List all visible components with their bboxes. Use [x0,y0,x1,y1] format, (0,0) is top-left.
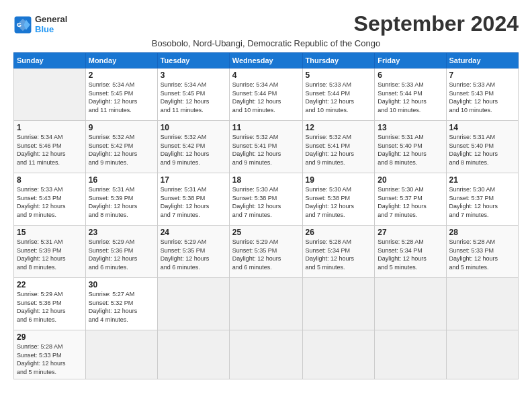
day-number: 3 [161,71,226,80]
table-row: 4Sunrise: 5:34 AM Sunset: 5:44 PM Daylig… [229,68,302,121]
table-row [302,278,375,330]
day-info: Sunrise: 5:34 AM Sunset: 5:44 PM Dayligh… [232,81,300,114]
day-info: Sunrise: 5:31 AM Sunset: 5:38 PM Dayligh… [161,185,226,219]
day-number: 27 [378,228,443,237]
day-info: Sunrise: 5:34 AM Sunset: 5:46 PM Dayligh… [17,133,83,167]
day-info: Sunrise: 5:28 AM Sunset: 5:33 PM Dayligh… [17,342,83,376]
calendar-week-row: 29Sunrise: 5:28 AM Sunset: 5:33 PM Dayli… [14,330,519,379]
day-number: 9 [89,123,154,132]
header-thursday: Thursday [302,53,375,68]
table-row [302,330,375,379]
day-info: Sunrise: 5:31 AM Sunset: 5:40 PM Dayligh… [449,133,515,167]
day-info: Sunrise: 5:27 AM Sunset: 5:32 PM Dayligh… [89,290,154,324]
table-row: 22Sunrise: 5:29 AM Sunset: 5:36 PM Dayli… [14,278,86,330]
header-saturday: Saturday [446,53,518,68]
day-number: 18 [232,175,300,185]
day-info: Sunrise: 5:31 AM Sunset: 5:40 PM Dayligh… [378,133,443,167]
day-number: 4 [232,71,300,80]
svg-text:G: G [17,21,21,28]
day-number: 5 [306,71,372,80]
table-row: 25Sunrise: 5:29 AM Sunset: 5:35 PM Dayli… [229,226,302,278]
day-info: Sunrise: 5:32 AM Sunset: 5:42 PM Dayligh… [89,133,154,167]
table-row: 9Sunrise: 5:32 AM Sunset: 5:42 PM Daylig… [85,121,157,173]
day-number: 23 [89,228,154,237]
table-row: 6Sunrise: 5:33 AM Sunset: 5:44 PM Daylig… [375,68,446,121]
day-info: Sunrise: 5:28 AM Sunset: 5:33 PM Dayligh… [449,238,515,271]
table-row [446,278,518,330]
day-number: 20 [378,175,443,185]
table-row [229,278,302,330]
table-row: 5Sunrise: 5:33 AM Sunset: 5:44 PM Daylig… [302,68,375,121]
table-row: 19Sunrise: 5:30 AM Sunset: 5:38 PM Dayli… [302,173,375,226]
day-info: Sunrise: 5:32 AM Sunset: 5:41 PM Dayligh… [232,133,300,167]
day-number: 28 [449,228,515,237]
day-info: Sunrise: 5:32 AM Sunset: 5:42 PM Dayligh… [161,133,226,167]
table-row: 12Sunrise: 5:32 AM Sunset: 5:41 PM Dayli… [302,121,375,173]
table-row: 26Sunrise: 5:28 AM Sunset: 5:34 PM Dayli… [302,226,375,278]
header-sunday: Sunday [14,53,86,68]
table-row: 30Sunrise: 5:27 AM Sunset: 5:32 PM Dayli… [85,278,157,330]
table-row: 20Sunrise: 5:30 AM Sunset: 5:37 PM Dayli… [375,173,446,226]
day-number: 22 [17,280,83,289]
subtitle: Bosobolo, Nord-Ubangi, Democratic Republ… [13,38,519,48]
day-number: 19 [306,175,372,185]
day-info: Sunrise: 5:32 AM Sunset: 5:41 PM Dayligh… [306,133,372,167]
day-number: 12 [306,123,372,132]
table-row [157,330,229,379]
day-number: 16 [89,175,154,185]
day-info: Sunrise: 5:28 AM Sunset: 5:34 PM Dayligh… [378,238,443,271]
day-number: 21 [449,175,515,185]
logo-text: General Blue [35,15,67,35]
day-info: Sunrise: 5:33 AM Sunset: 5:43 PM Dayligh… [17,185,83,219]
table-row [375,278,446,330]
table-row: 17Sunrise: 5:31 AM Sunset: 5:38 PM Dayli… [157,173,229,226]
day-number: 1 [17,123,83,132]
day-info: Sunrise: 5:31 AM Sunset: 5:39 PM Dayligh… [17,238,83,271]
table-row [229,330,302,379]
day-info: Sunrise: 5:30 AM Sunset: 5:37 PM Dayligh… [449,185,515,219]
table-row: 2Sunrise: 5:34 AM Sunset: 5:45 PM Daylig… [85,68,157,121]
table-row [375,330,446,379]
day-info: Sunrise: 5:29 AM Sunset: 5:35 PM Dayligh… [232,238,300,271]
table-row: 23Sunrise: 5:29 AM Sunset: 5:36 PM Dayli… [85,226,157,278]
day-info: Sunrise: 5:34 AM Sunset: 5:45 PM Dayligh… [89,81,154,114]
day-info: Sunrise: 5:33 AM Sunset: 5:44 PM Dayligh… [378,81,443,114]
calendar-week-row: 15Sunrise: 5:31 AM Sunset: 5:39 PM Dayli… [14,226,519,278]
day-number: 8 [17,175,83,185]
table-row: 7Sunrise: 5:33 AM Sunset: 5:43 PM Daylig… [446,68,518,121]
day-number: 29 [17,332,83,342]
calendar-week-row: 1Sunrise: 5:34 AM Sunset: 5:46 PM Daylig… [14,121,519,173]
day-number: 30 [89,280,154,289]
header-monday: Monday [85,53,157,68]
table-row [446,330,518,379]
table-row: 1Sunrise: 5:34 AM Sunset: 5:46 PM Daylig… [14,121,86,173]
day-info: Sunrise: 5:33 AM Sunset: 5:43 PM Dayligh… [449,81,515,114]
table-row: 18Sunrise: 5:30 AM Sunset: 5:38 PM Dayli… [229,173,302,226]
calendar-week-row: 2Sunrise: 5:34 AM Sunset: 5:45 PM Daylig… [14,68,519,121]
logo: G General Blue [13,15,67,35]
day-info: Sunrise: 5:29 AM Sunset: 5:36 PM Dayligh… [89,238,154,271]
table-row: 11Sunrise: 5:32 AM Sunset: 5:41 PM Dayli… [229,121,302,173]
table-row: 10Sunrise: 5:32 AM Sunset: 5:42 PM Dayli… [157,121,229,173]
day-info: Sunrise: 5:30 AM Sunset: 5:38 PM Dayligh… [232,185,300,219]
table-row: 13Sunrise: 5:31 AM Sunset: 5:40 PM Dayli… [375,121,446,173]
day-info: Sunrise: 5:30 AM Sunset: 5:37 PM Dayligh… [378,185,443,219]
table-row [85,330,157,379]
day-number: 17 [161,175,226,185]
day-number: 11 [232,123,300,132]
table-row: 3Sunrise: 5:34 AM Sunset: 5:45 PM Daylig… [157,68,229,121]
day-info: Sunrise: 5:28 AM Sunset: 5:34 PM Dayligh… [306,238,372,271]
header-tuesday: Tuesday [157,53,229,68]
table-row: 28Sunrise: 5:28 AM Sunset: 5:33 PM Dayli… [446,226,518,278]
table-row: 29Sunrise: 5:28 AM Sunset: 5:33 PM Dayli… [14,330,86,379]
calendar-header-row: Sunday Monday Tuesday Wednesday Thursday… [14,53,519,68]
day-number: 13 [378,123,443,132]
table-row: 14Sunrise: 5:31 AM Sunset: 5:40 PM Dayli… [446,121,518,173]
table-row: 21Sunrise: 5:30 AM Sunset: 5:37 PM Dayli… [446,173,518,226]
logo-icon: G [13,15,32,34]
day-info: Sunrise: 5:33 AM Sunset: 5:44 PM Dayligh… [306,81,372,114]
header-friday: Friday [375,53,446,68]
day-number: 26 [306,228,372,237]
table-row: 15Sunrise: 5:31 AM Sunset: 5:39 PM Dayli… [14,226,86,278]
table-row: 8Sunrise: 5:33 AM Sunset: 5:43 PM Daylig… [14,173,86,226]
